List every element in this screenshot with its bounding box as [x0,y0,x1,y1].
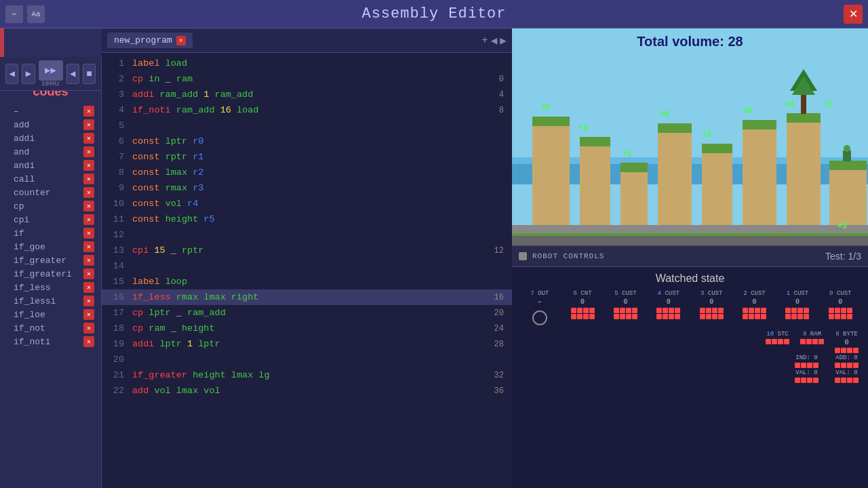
fast-forward-button[interactable]: ▶▶ [39,60,63,81]
sidebar-item-remove[interactable]: ✕ [83,201,94,211]
sidebar-item-remove[interactable]: ✕ [83,160,94,171]
code-line-8[interactable]: 8const lmax r2 [102,165,512,180]
menu-icon[interactable]: ⋯ [5,5,23,23]
sidebar-item-remove[interactable]: ✕ [83,228,94,239]
svg-rect-12 [702,144,732,153]
code-line-4[interactable]: 4if_noti ram_add 16 load8 [102,102,512,118]
next-tab-button[interactable]: ▶ [500,34,507,47]
sidebar-item-label: if_loe [14,310,45,320]
code-line-22[interactable]: 22add vol lmax vol36 [102,383,512,399]
bit [791,314,797,319]
code-line-1[interactable]: 1label load [102,56,512,71]
bit [800,339,806,344]
right-panel: Total volume: 28 [512,28,868,488]
sidebar-item-if_greateri[interactable]: if_greateri✕ [0,267,101,281]
bit [632,308,637,313]
prev-tab-button[interactable]: ◀ [491,34,498,47]
code-line-13[interactable]: 13cpi 15 _ rptr12 [102,243,512,258]
sidebar-item-if[interactable]: if✕ [0,226,101,240]
code-line-11[interactable]: 11const height r5 [102,211,512,227]
bit [847,363,852,368]
sidebar-item-if_greater[interactable]: if_greater✕ [0,253,101,267]
sidebar-item-cp[interactable]: cp✕ [0,199,101,213]
sidebar-item-if_loe[interactable]: if_loe✕ [0,308,101,321]
sidebar-item-remove[interactable]: ✕ [83,214,94,225]
bit [656,308,662,313]
sidebar-item-if_goe[interactable]: if_goe✕ [0,240,101,253]
svg-rect-6 [580,137,610,146]
sidebar-item-remove[interactable]: ✕ [83,336,94,347]
sidebar-item-–[interactable]: –✕ [0,104,101,118]
sidebar-item-counter[interactable]: counter✕ [0,186,101,199]
sidebar-item-remove[interactable]: ✕ [83,174,94,184]
sidebar-item-remove[interactable]: ✕ [83,146,94,157]
sidebar-item-label: and [14,147,29,157]
bit [806,339,812,344]
sidebar-item-if_lessi[interactable]: if_lessi✕ [0,294,101,308]
sidebar-item-remove[interactable]: ✕ [83,323,94,333]
sidebar-item-remove[interactable]: ✕ [83,282,94,293]
bit [772,339,777,344]
font-icon[interactable]: Aa [27,5,45,23]
sidebar-item-remove[interactable]: ✕ [83,268,94,279]
svg-rect-14 [743,120,776,129]
bit [835,348,840,353]
code-line-14[interactable]: 14 [102,258,512,274]
line-number: 16 [107,292,124,302]
sidebar-item-remove[interactable]: ✕ [83,187,94,198]
bit [675,314,680,319]
add-tab-button[interactable]: + [481,35,488,47]
sidebar-item-remove[interactable]: ✕ [83,119,94,130]
stop-button[interactable]: ■ [83,64,96,84]
tab-new-program[interactable]: new_program ✕ [107,33,193,48]
stop-back-button[interactable]: ◀ [66,64,79,84]
code-editor[interactable]: 1label load2cp in _ ram03addi ram_add 1 … [102,53,512,488]
play-button[interactable]: ▶ [22,64,35,84]
sidebar-item-remove[interactable]: ✕ [83,309,94,320]
tab-close-button[interactable]: ✕ [176,36,186,45]
sidebar-item-remove[interactable]: ✕ [83,106,94,117]
sidebar-item-if_not[interactable]: if_not✕ [0,321,101,335]
code-line-3[interactable]: 3addi ram_add 1 ram_add4 [102,87,512,102]
close-button[interactable]: ✕ [844,5,863,24]
code-line-6[interactable]: 6const lptr r0 [102,134,512,149]
rc-label: ROBOT CONTROLS [532,252,604,260]
bit [841,363,846,368]
sidebar-item-if_less[interactable]: if_less✕ [0,281,101,294]
code-line-18[interactable]: 18cp ram _ height24 [102,321,512,336]
sidebar-item-call[interactable]: call✕ [0,172,101,186]
code-line-15[interactable]: 15label loop [102,274,512,289]
code-line-10[interactable]: 10const vol r4 [102,196,512,211]
sidebar-item-and[interactable]: and✕ [0,145,101,159]
code-line-9[interactable]: 9const rmax r3 [102,180,512,196]
code-line-17[interactable]: 17cp lptr _ ram_add20 [102,305,512,321]
line-number: 10 [107,199,124,209]
state-col-value: 0 [838,298,842,306]
code-line-12[interactable]: 12 [102,227,512,243]
sidebar-item-addi[interactable]: addi✕ [0,131,101,145]
state-8-byte: 8 BYTE 0 [835,331,859,353]
code-line-5[interactable]: 5 [102,118,512,134]
sidebar-item-add[interactable]: add✕ [0,118,101,131]
bit [755,314,760,319]
code-line-21[interactable]: 21if_greater height lmax lg32 [102,367,512,383]
code-line-20[interactable]: 20 [102,352,512,367]
sidebar-item-cpi[interactable]: cpi✕ [0,213,101,226]
game-scene: +5 +2 +1 +5 +2 +5 +4 +1 +3 [512,62,868,245]
sidebar-item-andi[interactable]: andi✕ [0,159,101,172]
sidebar-item-label: call [14,174,35,184]
bit [847,314,852,319]
code-line-19[interactable]: 19addi lptr 1 lptr28 [102,336,512,352]
sidebar-item-remove[interactable]: ✕ [83,255,94,266]
code-line-2[interactable]: 2cp in _ ram0 [102,71,512,87]
sidebar-item-if_noti[interactable]: if_noti✕ [0,335,101,348]
state-col-0: 7 OUT– [519,290,560,325]
line-number: 9 [107,183,124,193]
step-back-button[interactable]: ◀ [5,64,18,84]
sidebar-item-remove[interactable]: ✕ [83,133,94,144]
state-col-label: 3 CUST [701,290,722,297]
sidebar-item-remove[interactable]: ✕ [83,241,94,252]
code-line-7[interactable]: 7const rptr r1 [102,149,512,165]
sidebar-item-remove[interactable]: ✕ [83,296,94,306]
code-line-16[interactable]: 16if_less rmax lmax right16 [102,289,512,305]
